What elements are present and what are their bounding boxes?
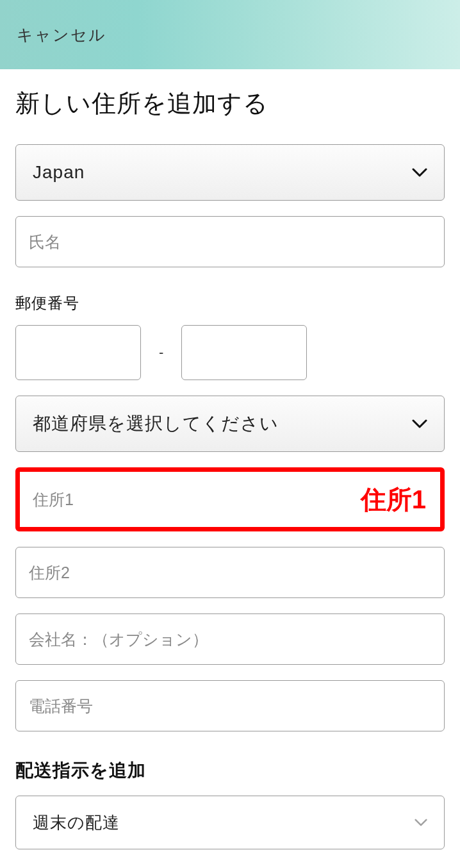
country-select-label: Japan	[33, 162, 85, 183]
delivery-section-title: 配送指示を追加	[15, 758, 445, 783]
company-input[interactable]	[15, 613, 445, 665]
postal-code-label: 郵便番号	[15, 293, 445, 313]
address1-highlight: 住所1	[15, 467, 445, 531]
address1-input[interactable]	[20, 472, 440, 527]
prefecture-select[interactable]: 都道府県を選択してください	[15, 396, 445, 452]
postal-separator: -	[159, 344, 163, 361]
name-input[interactable]	[15, 216, 445, 267]
content-area: 新しい住所を追加する Japan 郵便番号 - 都道府県を選択してください 住所…	[0, 69, 460, 849]
header-bar: キャンセル	[0, 0, 460, 69]
chevron-down-icon	[412, 168, 427, 177]
postal-input-1[interactable]	[15, 325, 141, 380]
address2-input[interactable]	[15, 547, 445, 598]
cancel-button[interactable]: キャンセル	[17, 24, 106, 46]
chevron-down-icon	[415, 819, 427, 826]
postal-input-2[interactable]	[181, 325, 307, 380]
page-title: 新しい住所を追加する	[15, 87, 445, 120]
phone-input[interactable]	[15, 680, 445, 731]
country-select[interactable]: Japan	[15, 144, 445, 201]
prefecture-select-label: 都道府県を選択してください	[33, 412, 279, 436]
delivery-option-select[interactable]: 週末の配達	[15, 796, 445, 849]
postal-code-row: -	[15, 325, 445, 380]
chevron-down-icon	[412, 419, 427, 428]
delivery-option-label: 週末の配達	[33, 812, 120, 834]
